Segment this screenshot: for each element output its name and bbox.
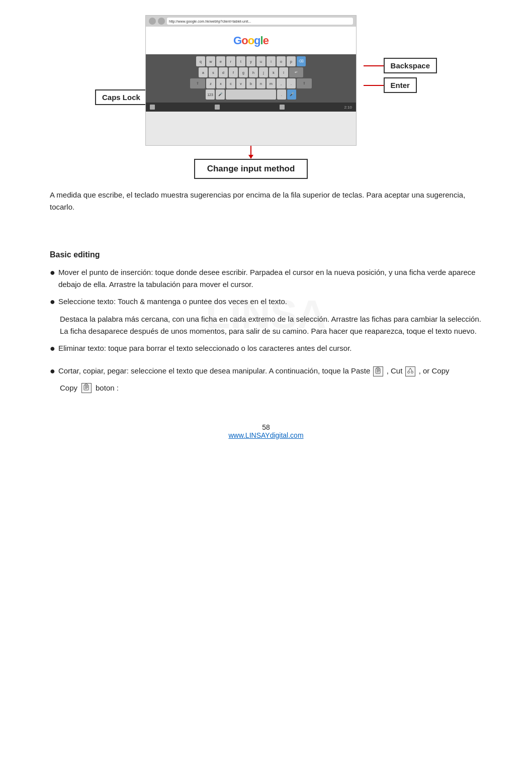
google-area: Google bbox=[146, 27, 356, 54]
key-h: h bbox=[249, 67, 258, 77]
page-number: 58 bbox=[50, 423, 482, 431]
svg-line-7 bbox=[409, 368, 411, 371]
browser-url-bar: http://www.google.com.hk/webhp?client=ta… bbox=[167, 18, 353, 25]
keyboard-rows: q w e r t y u i o p ⌫ bbox=[146, 54, 356, 103]
change-input-label: Change input method bbox=[194, 159, 308, 179]
footer: 58 www.LINSAYdigital.com bbox=[50, 423, 482, 439]
key-shift-r: ⇧ bbox=[297, 78, 312, 88]
enter-label-row: Enter bbox=[364, 77, 437, 93]
key-y: y bbox=[246, 56, 255, 66]
paragraph-1: A medida que escribe, el teclado muestra… bbox=[50, 189, 482, 213]
key-a: a bbox=[199, 67, 208, 77]
footer-link[interactable]: www.LINSAYdigital.com bbox=[228, 431, 303, 439]
right-labels: Backspace Enter bbox=[364, 58, 437, 93]
bullet-text-1: Mover el punto de inserción: toque donde… bbox=[58, 266, 482, 291]
keyboard-image-container: http://www.google.com.hk/webhp?client=ta… bbox=[145, 15, 357, 179]
key-comma: , bbox=[277, 78, 286, 88]
key-space bbox=[226, 89, 276, 100]
indent-paragraph-1: Destaca la palabra más cercana, con una … bbox=[60, 313, 482, 337]
change-input-section: Change input method bbox=[145, 146, 357, 179]
key-m: m bbox=[267, 78, 276, 88]
home-icon bbox=[215, 105, 220, 110]
cut-icon bbox=[405, 366, 415, 376]
bullet-item-1: ● Mover el punto de inserción: toque don… bbox=[50, 266, 482, 291]
backspace-label: Backspace bbox=[384, 58, 437, 73]
key-i: i bbox=[267, 56, 276, 66]
browser-forward-btn bbox=[158, 18, 165, 25]
v-arrow-head bbox=[248, 155, 253, 159]
key-j: j bbox=[259, 67, 268, 77]
key-d: d bbox=[219, 67, 228, 77]
key-n: n bbox=[256, 78, 265, 88]
key-c: c bbox=[226, 78, 235, 88]
bullet-text-4: Cortar, copiar, pegar: seleccione el tex… bbox=[58, 365, 450, 377]
key-o: o bbox=[277, 56, 286, 66]
browser-bar: http://www.google.com.hk/webhp?client=ta… bbox=[146, 16, 356, 27]
keyboard-image: http://www.google.com.hk/webhp?client=ta… bbox=[145, 15, 357, 146]
key-k: k bbox=[269, 67, 278, 77]
boton-label: boton : bbox=[96, 384, 119, 392]
bullet-item-4: ● Cortar, copiar, pegar: seleccione el t… bbox=[50, 365, 482, 377]
key-backspace: ⌫ bbox=[297, 56, 306, 66]
svg-point-6 bbox=[411, 371, 413, 373]
key-q: q bbox=[196, 56, 205, 66]
svg-rect-1 bbox=[377, 367, 379, 369]
key-b: b bbox=[246, 78, 255, 88]
key-period: . bbox=[287, 78, 296, 88]
key-mic: 🎤 bbox=[216, 89, 225, 100]
enter-label: Enter bbox=[384, 77, 417, 93]
browser-back-btn bbox=[149, 18, 156, 25]
key-r: r bbox=[226, 56, 235, 66]
backspace-arrow bbox=[364, 65, 384, 66]
backspace-label-row: Backspace bbox=[364, 58, 437, 73]
key-z: z bbox=[206, 78, 215, 88]
key-s: s bbox=[209, 67, 218, 77]
svg-line-8 bbox=[410, 368, 412, 371]
recent-icon bbox=[280, 105, 285, 110]
paste-icon bbox=[373, 366, 383, 376]
bullet-text-2: Seleccione texto: Touch & mantenga o pun… bbox=[58, 296, 287, 308]
key-shift: ⇧ bbox=[190, 78, 205, 88]
key-dot2: . bbox=[277, 89, 286, 100]
key-123: 123 bbox=[206, 89, 215, 100]
key-e: e bbox=[216, 56, 225, 66]
copy-row: Copy boton : bbox=[60, 383, 482, 393]
bullet-dot-3: ● bbox=[50, 342, 55, 355]
key-mic2: 🎤 bbox=[287, 89, 296, 100]
keyboard-diagram: Caps Lock http://www.google.com.hk/webhp… bbox=[95, 15, 437, 179]
v-arrow-line bbox=[250, 146, 251, 155]
svg-rect-10 bbox=[85, 384, 87, 386]
bullet-item-2: ● Seleccione texto: Touch & mantenga o p… bbox=[50, 296, 482, 308]
key-g: g bbox=[239, 67, 248, 77]
vertical-arrow bbox=[248, 146, 253, 159]
bullet-dot-2: ● bbox=[50, 296, 55, 308]
kb-row-3: ⇧ z x c v b n m , . ⇧ bbox=[148, 78, 354, 88]
bullet-text-3: Eliminar texto: toque para borrar el tex… bbox=[58, 342, 352, 354]
key-w: w bbox=[206, 56, 215, 66]
status-time: 2:10 bbox=[344, 105, 352, 110]
copy-icon bbox=[81, 383, 92, 393]
back-icon bbox=[150, 105, 155, 110]
keyboard-bottom-bar: 2:10 bbox=[146, 103, 356, 112]
kb-row-1: q w e r t y u i o p ⌫ bbox=[148, 56, 354, 66]
kb-row-4: 123 🎤 . 🎤 bbox=[148, 89, 354, 100]
bullet-item-3: ● Eliminar texto: toque para borrar el t… bbox=[50, 342, 482, 355]
key-p: p bbox=[287, 56, 296, 66]
key-enter: ↵ bbox=[289, 67, 303, 77]
caps-lock-label: Caps Lock bbox=[95, 89, 147, 105]
bullet-dot-4: ● bbox=[50, 365, 55, 377]
key-u: u bbox=[256, 56, 265, 66]
bullet-dot-1: ● bbox=[50, 266, 55, 279]
key-x: x bbox=[216, 78, 225, 88]
section-heading: Basic editing bbox=[50, 250, 482, 259]
kb-row-2: a s d f g h j k l ↵ bbox=[148, 67, 354, 77]
key-t: t bbox=[236, 56, 245, 66]
copy-label: Copy bbox=[60, 384, 77, 392]
key-l: l bbox=[279, 67, 288, 77]
key-v: v bbox=[236, 78, 245, 88]
enter-arrow bbox=[364, 85, 384, 86]
key-f: f bbox=[229, 67, 238, 77]
google-logo: Google bbox=[233, 34, 269, 47]
svg-point-5 bbox=[408, 371, 410, 373]
